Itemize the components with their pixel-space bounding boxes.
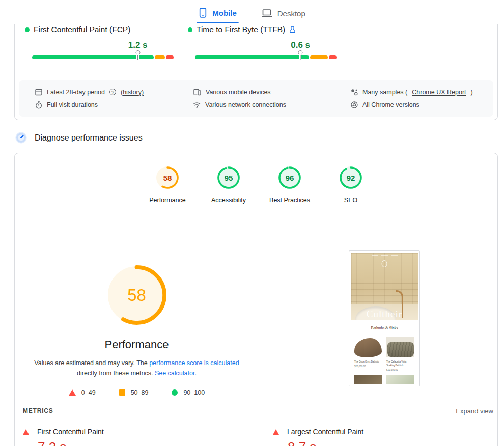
divider [264, 421, 493, 421]
thumbnail-heading: Bathtubs & Sinks [351, 320, 418, 330]
page-screenshot-thumbnail[interactable]: Cultheir Bathtubs & Sinks The Opus Onyx … [349, 250, 420, 386]
speedometer-icon [15, 132, 27, 144]
thumbnail-product-2-image [387, 342, 414, 357]
network-icon [193, 102, 201, 108]
visit-durations-label: Full visit durations [47, 101, 98, 108]
good-segment [195, 55, 309, 59]
diagnose-section-header: Diagnose performance issues [15, 132, 143, 144]
performance-title: Performance [15, 338, 259, 351]
stopwatch-icon [35, 101, 42, 109]
poor-triangle-icon [273, 429, 279, 435]
ttfb-value: 0.6 s [195, 40, 337, 51]
thumbnail-product-1-image [354, 338, 382, 357]
fast-indicator-dot [188, 27, 192, 32]
thumbnail-product-4-image [386, 375, 414, 385]
mobile-phone-icon [199, 8, 207, 18]
section-title: Diagnose performance issues [35, 133, 143, 143]
samples-suffix: ) [471, 89, 473, 96]
chrome-versions-label: All Chrome versions [362, 101, 419, 108]
visit-durations-item: Full visit durations [35, 101, 193, 109]
divider [19, 421, 254, 421]
legend-pass-circle-icon [172, 389, 178, 396]
ttfb-link[interactable]: Time to First Byte (TTFB) [197, 25, 285, 34]
field-metric-fcp: First Contentful Paint (FCP) 1.2 s [25, 25, 174, 59]
metric-lcp-lab: Largest Contentful Paint [273, 428, 493, 436]
chrome-versions-item: All Chrome versions [351, 101, 493, 108]
samples-label: Many samples ( [362, 89, 407, 96]
metric-fcp-lab: First Contentful Paint [23, 428, 258, 436]
legend-fail-triangle-icon [69, 389, 76, 396]
score-calc-link[interactable]: performance score is calculated [149, 359, 239, 367]
field-metric-ttfb: Time to First Byte (TTFB) 0.6 s [188, 25, 337, 59]
lighthouse-report-card: 58 Performance 95 Accessibility 96 [14, 153, 498, 446]
fcp-value: 1.2 s [32, 40, 174, 51]
poor-triangle-icon [23, 429, 29, 435]
tab-desktop-label: Desktop [277, 9, 305, 18]
help-icon[interactable] [109, 89, 116, 95]
samples-icon [351, 89, 358, 96]
experimental-flask-icon [289, 26, 296, 33]
gauge-best-practices[interactable]: 96 Best Practices [260, 165, 319, 204]
samples-item: Many samples (Chrome UX Report) [351, 89, 493, 96]
poor-segment [166, 55, 174, 59]
average-segment [155, 55, 164, 59]
tab-mobile[interactable]: Mobile [197, 4, 239, 24]
desktop-laptop-icon [261, 9, 272, 18]
thumbnail-logo-emblem [382, 260, 387, 267]
network-label: Various network connections [205, 101, 286, 108]
gauge-accessibility[interactable]: 95 Accessibility [199, 165, 258, 204]
chrome-icon [351, 101, 358, 108]
crux-report-link[interactable]: Chrome UX Report [412, 89, 466, 96]
devices-label: Various mobile devices [206, 89, 271, 96]
expand-view-button[interactable]: Expand view [456, 407, 493, 415]
tab-mobile-label: Mobile [212, 9, 237, 17]
thumbnail-product-1: The Opus Onyx Bathtub $20,000.00 [354, 334, 382, 371]
device-tabbar: Mobile Desktop [0, 0, 504, 24]
calculator-link[interactable]: See calculator. [155, 370, 197, 377]
history-link[interactable]: (history) [121, 89, 144, 96]
fcp-distribution-bar [32, 55, 174, 59]
good-segment [32, 55, 154, 59]
ttfb-distribution-bar [195, 55, 337, 59]
calendar-icon [35, 88, 42, 96]
metric-lcp-value: 8.7 s [288, 439, 493, 446]
legend-average-square-icon [119, 389, 125, 396]
percentile-marker [298, 50, 303, 55]
fast-indicator-dot [25, 27, 30, 32]
thumbnail-product-3-image [354, 375, 382, 385]
collection-period-item: Latest 28-day period (history) [35, 88, 193, 96]
field-data-info-box: Latest 28-day period (history) Full visi… [19, 80, 493, 117]
gauge-seo[interactable]: 92 SEO [321, 165, 380, 204]
score-legend: 0–49 50–89 90–100 [15, 389, 259, 396]
metrics-left-column: METRICS First Contentful Paint 7.2 s [15, 406, 258, 446]
percentile-marker [135, 50, 140, 55]
gauge-performance[interactable]: 58 Performance [138, 165, 197, 204]
metric-fcp-value: 7.2 s [38, 439, 258, 446]
metrics-right-column: Expand view Largest Contentful Paint 8.7… [258, 406, 497, 446]
performance-gauge: 58 [107, 265, 166, 325]
devices-item: Various mobile devices [193, 89, 351, 96]
thumbnail-brand: Cultheir [351, 309, 418, 320]
network-item: Various network connections [193, 101, 351, 108]
performance-summary-panel: 58 Performance Values are estimated and … [15, 213, 259, 396]
poor-segment [329, 55, 337, 59]
tab-desktop[interactable]: Desktop [259, 5, 307, 24]
average-segment [310, 55, 328, 59]
metrics-header: METRICS [23, 407, 53, 414]
fcp-link[interactable]: First Contentful Paint (FCP) [34, 25, 130, 34]
devices-icon [193, 89, 201, 96]
category-gauges-row: 58 Performance 95 Accessibility 96 [21, 165, 497, 204]
thumbnail-product-2: The Calacatta Viola Soaking Bathtub $10,… [386, 334, 414, 371]
collection-period-label: Latest 28-day period [47, 89, 105, 96]
thumbnail-hero-photo: Cultheir [351, 253, 418, 320]
score-disclaimer: Values are estimated and may vary. The p… [26, 358, 248, 378]
field-metrics-row: First Contentful Paint (FCP) 1.2 s Time … [25, 25, 337, 59]
